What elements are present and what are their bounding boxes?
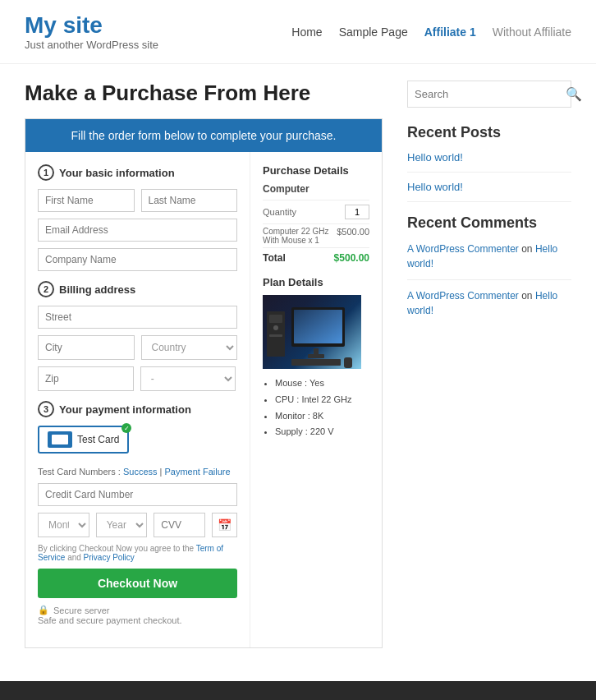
section-payment: 3 Your payment information ✓ Test Card — [38, 401, 237, 625]
commenter1-link[interactable]: A WordPress Commenter — [407, 243, 519, 255]
spec-mouse: Mouse : Yes — [275, 375, 369, 392]
svg-rect-8 — [294, 310, 342, 343]
order-form-header: Fill the order form below to complete yo… — [25, 119, 382, 152]
footer: Colorway Theme Footer is widgetized. To … — [0, 681, 596, 700]
svg-rect-1 — [269, 315, 282, 323]
computer-svg — [263, 295, 361, 369]
section2-number: 2 — [38, 281, 54, 297]
quantity-input[interactable] — [345, 205, 369, 219]
country-select[interactable]: Country — [141, 335, 238, 360]
svg-rect-9 — [291, 359, 341, 366]
lock-icon: 🔒 — [38, 605, 49, 615]
price-row: Computer 22 GHz With Mouse x 1 $500.00 — [263, 223, 369, 247]
section1-number: 1 — [38, 164, 54, 181]
company-input[interactable] — [38, 248, 237, 271]
section-billing: 2 Billing address Country — [38, 281, 237, 391]
test-card-option[interactable]: ✓ Test Card — [38, 426, 129, 454]
checkout-button[interactable]: Checkout Now — [38, 569, 237, 598]
form-right: Purchase Details Computer Quantity Compu… — [250, 152, 382, 647]
site-tagline: Just another WordPress site — [25, 39, 158, 51]
commenter2-link[interactable]: A WordPress Commenter — [407, 290, 519, 302]
total-price: $500.00 — [334, 252, 369, 264]
failure-link[interactable]: Payment Failure — [165, 467, 231, 477]
spec-monitor: Monitor : 8K — [275, 408, 369, 425]
recent-comments-title: Recent Comments — [407, 214, 571, 232]
divider3 — [407, 279, 571, 280]
main-nav: Home Sample Page Affiliate 1 Without Aff… — [291, 25, 571, 39]
form-left: 1 Your basic information — [25, 152, 250, 647]
name-row — [38, 189, 237, 212]
company-row — [38, 248, 237, 271]
comment-2: A WordPress Commenter on Hello world! — [407, 288, 571, 318]
payment-card-selector[interactable]: ✓ Test Card — [38, 426, 129, 460]
site-header: My site Just another WordPress site Home… — [0, 0, 596, 64]
search-button[interactable]: 🔍 — [559, 81, 589, 107]
credit-card-input[interactable] — [38, 483, 237, 506]
safe-text: Safe and secure payment checkout. — [38, 615, 237, 625]
page-title: Make a Purchase From Here — [25, 81, 383, 106]
search-box: 🔍 — [407, 81, 571, 108]
form-body: 1 Your basic information — [25, 152, 382, 647]
month-select[interactable]: Month — [38, 513, 89, 537]
svg-rect-3 — [269, 334, 282, 337]
card-icon — [48, 431, 72, 448]
city-input[interactable] — [38, 335, 135, 360]
expiry-cvv-row: Month Year 📅 — [38, 513, 237, 537]
post-link-1[interactable]: Hello world! — [407, 151, 571, 163]
dash-select[interactable]: - — [140, 366, 236, 391]
product-name: Computer — [263, 183, 369, 195]
card-icon-inner — [52, 435, 68, 444]
site-name: My site — [25, 12, 158, 39]
recent-posts-title: Recent Posts — [407, 124, 571, 141]
test-card-label: Test Card Numbers : — [38, 467, 121, 477]
svg-rect-10 — [344, 357, 352, 368]
section3-label: Your payment information — [59, 403, 191, 416]
divider1 — [407, 172, 571, 173]
street-input[interactable] — [38, 306, 237, 329]
success-link[interactable]: Success — [123, 467, 158, 477]
last-name-input[interactable] — [141, 189, 238, 212]
item-price: $500.00 — [337, 227, 369, 245]
secure-info: 🔒 Secure server — [38, 605, 237, 615]
calendar-icon[interactable]: 📅 — [212, 513, 237, 537]
search-input[interactable] — [408, 81, 559, 107]
cvv-input[interactable] — [154, 513, 205, 537]
privacy-link[interactable]: Privacy Policy — [84, 553, 135, 562]
nav-sample-page[interactable]: Sample Page — [339, 25, 408, 39]
year-select[interactable]: Year — [96, 513, 148, 537]
email-input[interactable] — [38, 219, 237, 242]
section2-label: Billing address — [59, 283, 135, 296]
content-area: Make a Purchase From Here Fill the order… — [25, 81, 383, 648]
test-card-info: Test Card Numbers : Success | Payment Fa… — [38, 467, 237, 477]
zip-input[interactable] — [38, 366, 134, 391]
comment-1: A WordPress Commenter on Hello world! — [407, 242, 571, 271]
credit-card-row — [38, 483, 237, 506]
first-name-input[interactable] — [38, 189, 135, 212]
nav-affiliate1[interactable]: Affiliate 1 — [424, 25, 476, 39]
plan-details-title: Plan Details — [263, 276, 369, 288]
sidebar: 🔍 Recent Posts Hello world! Hello world!… — [407, 81, 571, 648]
card-check-icon: ✓ — [121, 423, 131, 433]
email-row — [38, 219, 237, 242]
spec-cpu: CPU : Intel 22 GHz — [275, 392, 369, 408]
comment2-on: on — [521, 290, 532, 302]
zip-row: - — [38, 366, 237, 391]
nav-home[interactable]: Home — [291, 25, 322, 39]
item-label: Computer 22 GHz With Mouse x 1 — [263, 227, 337, 245]
nav-without-affiliate[interactable]: Without Affiliate — [493, 25, 571, 39]
section2-title: 2 Billing address — [38, 281, 237, 297]
card-label: Test Card — [77, 434, 119, 445]
section3-number: 3 — [38, 401, 54, 417]
divider2 — [407, 201, 571, 202]
section1-label: Your basic information — [59, 167, 175, 179]
plan-specs: Mouse : Yes CPU : Intel 22 GHz Monitor :… — [263, 375, 369, 440]
svg-rect-5 — [314, 348, 319, 357]
comment1-on: on — [521, 243, 532, 255]
purchase-details-title: Purchase Details — [263, 164, 369, 177]
street-row — [38, 306, 237, 329]
section-basic-info: 1 Your basic information — [38, 164, 237, 271]
total-row: Total $500.00 — [263, 247, 369, 268]
post-link-2[interactable]: Hello world! — [407, 181, 571, 193]
main-layout: Make a Purchase From Here Fill the order… — [0, 64, 596, 665]
computer-image — [263, 295, 361, 369]
